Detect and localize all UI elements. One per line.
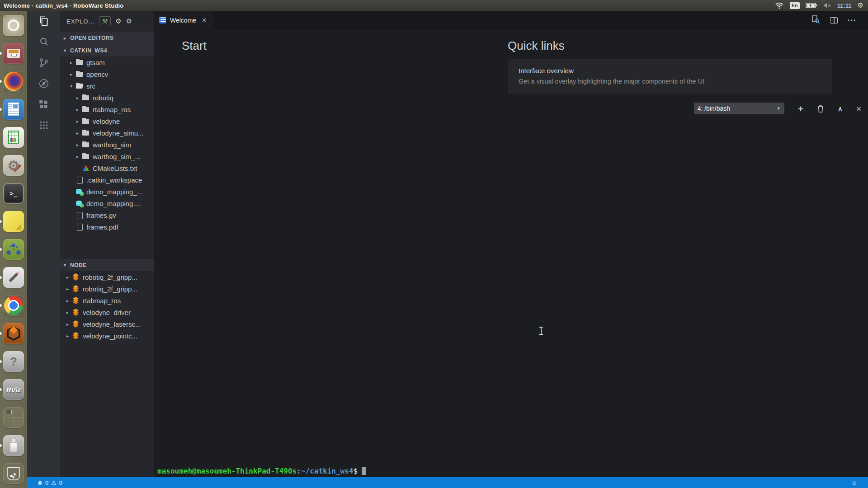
tree-item[interactable]: demo_mapping_... — [60, 186, 154, 197]
tree-item-label: src — [86, 82, 95, 90]
terminal-output[interactable]: masoumeh@masoumeh-ThinkPad-T490s:~/catki… — [157, 114, 866, 477]
open-preview-icon[interactable] — [811, 15, 820, 26]
build-hammer-icon: ⚒ — [102, 18, 108, 25]
split-editor-icon[interactable] — [830, 17, 838, 23]
tree-item[interactable]: demo_mapping.... — [60, 197, 154, 209]
debug-icon[interactable] — [27, 73, 60, 94]
session-menu-icon[interactable]: ⚙ — [858, 1, 863, 9]
terminal-selector[interactable]: 4: /bin/bash ▼ — [694, 103, 784, 114]
app-icon — [3, 99, 24, 120]
node-icon — [72, 320, 80, 328]
tree-item[interactable]: CMakeLists.txt — [60, 162, 154, 174]
search-icon[interactable] — [27, 32, 60, 52]
interface-overview-card[interactable]: Interface overview Get a visual overlay … — [508, 59, 832, 94]
terminal-line — [157, 367, 866, 376]
clock[interactable]: 11:11 — [837, 2, 852, 9]
tree-item[interactable]: ▸ velodyne_simu... — [60, 127, 154, 139]
running-indicator — [0, 108, 2, 111]
tree-item[interactable]: frames.gv — [60, 209, 154, 221]
file-icon — [82, 106, 90, 113]
launcher-app[interactable]: ? — [0, 349, 27, 374]
twisty-icon: ▸ — [66, 322, 72, 327]
explorer-icon[interactable] — [27, 11, 60, 32]
file-icon — [76, 70, 83, 78]
launcher-app[interactable] — [0, 265, 27, 290]
tree-item[interactable]: ▸ velodyne — [60, 115, 154, 127]
tree-item-label: warthog_sim_... — [93, 153, 141, 160]
wifi-icon[interactable] — [775, 2, 784, 9]
tree-item[interactable]: ▸ warthog_sim — [60, 139, 154, 150]
build-button[interactable]: ⚒ — [99, 16, 111, 26]
terminal-line — [157, 458, 866, 467]
node-tree: ▸ robotiq_2f_gripp... ▸ robotiq_2f_gripp… — [60, 271, 154, 342]
node-item[interactable]: ▸ velodyne_driver — [60, 306, 154, 318]
feedback-smiley-icon[interactable]: ☺ — [851, 479, 857, 486]
volume-muted-icon[interactable] — [823, 2, 831, 9]
workspace-section[interactable]: ▾ CATKIN_WS4 — [60, 44, 154, 56]
node-item[interactable]: ▸ velodyne_lasersc... — [60, 318, 154, 330]
launcher-app[interactable] — [0, 125, 27, 150]
node-item[interactable]: ▸ rtabmap_ros — [60, 295, 154, 306]
launcher-app[interactable] — [0, 69, 27, 94]
more-actions-icon[interactable]: ··· — [848, 16, 856, 24]
launcher-app[interactable]: RViz — [0, 377, 27, 402]
tree-item[interactable]: ▸ robotiq — [60, 92, 154, 103]
open-editors-section[interactable]: ▸ OPEN EDITORS — [60, 32, 154, 44]
tree-item[interactable]: frames.pdf — [60, 221, 154, 233]
launcher-app[interactable] — [0, 97, 27, 122]
terminal-line — [157, 250, 866, 259]
tree-item-label: robotiq — [93, 94, 113, 102]
window-title: Welcome - catkin_ws4 - RoboWare Studio — [4, 2, 123, 9]
launcher-app[interactable] — [0, 293, 27, 318]
file-icon — [82, 94, 90, 101]
running-indicator — [0, 248, 2, 251]
app-icon: >_ — [3, 183, 24, 204]
maximize-panel-icon[interactable]: ∧ — [838, 105, 843, 112]
app-grid-icon[interactable] — [27, 115, 60, 136]
twisty-icon: ▸ — [70, 60, 76, 65]
tree-item[interactable]: ▸ gtsam — [60, 56, 154, 68]
keyboard-layout-indicator[interactable]: En — [790, 2, 800, 9]
tree-item[interactable]: ▾ src — [60, 80, 154, 92]
tree-item[interactable]: .catkin_workspace — [60, 174, 154, 186]
terminal-line — [157, 214, 866, 223]
twisty-icon: ▸ — [76, 154, 82, 159]
build-settings-gear-icon[interactable]: ⚙ — [126, 17, 132, 25]
tree-item[interactable]: ▸ warthog_sim_... — [60, 150, 154, 162]
node-item[interactable]: ▸ velodyne_pointc... — [60, 330, 154, 342]
launcher-app[interactable]: ⚙ — [0, 153, 27, 178]
extensions-icon[interactable] — [27, 94, 60, 115]
node-item[interactable]: ▸ robotiq_2f_gripp... — [60, 271, 154, 283]
twisty-icon: ▸ — [66, 298, 72, 303]
node-section[interactable]: ▾ NODE — [60, 259, 154, 271]
explorer-header: EXPLO... ⚒ ⚙ ⚙ — [60, 11, 154, 32]
launcher-app[interactable] — [0, 237, 27, 262]
launcher-app[interactable] — [0, 461, 27, 486]
launcher-app[interactable] — [0, 13, 27, 38]
close-tab-icon[interactable]: × — [202, 16, 206, 24]
launcher-app[interactable] — [0, 209, 27, 234]
new-terminal-icon[interactable]: + — [798, 104, 803, 113]
problems-status[interactable]: ⊗ 0 ⚠ 0 — [38, 479, 62, 486]
launcher-app[interactable] — [0, 41, 27, 66]
terminal-line — [157, 178, 866, 187]
launcher-app[interactable] — [0, 433, 27, 458]
kill-terminal-icon[interactable] — [817, 105, 824, 113]
source-control-icon[interactable] — [27, 52, 60, 73]
twisty-icon: ▸ — [76, 95, 82, 100]
terminal-line — [157, 295, 866, 304]
launcher-app[interactable] — [0, 321, 27, 346]
terminal-line — [157, 404, 866, 413]
launcher-app[interactable]: >_ — [0, 181, 27, 206]
window-titlebar[interactable]: Welcome - catkin_ws4 - RoboWare Studio E… — [0, 0, 868, 11]
tree-item-label: opencv — [86, 70, 108, 78]
battery-icon[interactable] — [806, 2, 817, 9]
node-item[interactable]: ▸ robotiq_2f_gripp... — [60, 283, 154, 295]
settings-gear-icon[interactable]: ⚙ — [115, 17, 121, 25]
tab-welcome[interactable]: Welcome × — [154, 11, 213, 29]
running-indicator — [0, 276, 2, 279]
tree-item[interactable]: ▸ rtabmap_ros — [60, 103, 154, 115]
tree-item[interactable]: ▸ opencv — [60, 68, 154, 80]
launcher-app[interactable] — [0, 405, 27, 430]
close-panel-icon[interactable]: × — [856, 104, 861, 113]
